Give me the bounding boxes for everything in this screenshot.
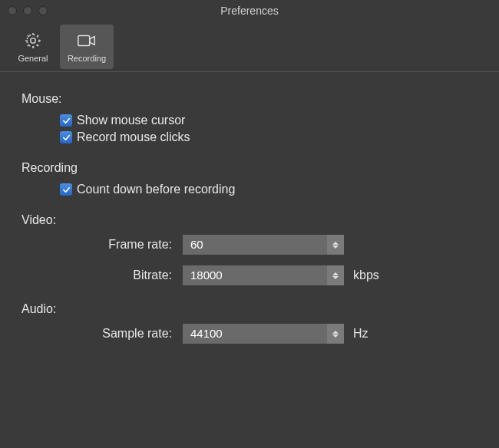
row-frame-rate: Frame rate: 60 bbox=[21, 235, 478, 255]
section-recording-title: Recording bbox=[21, 161, 478, 175]
checkbox-show-cursor-row[interactable]: Show mouse cursor bbox=[60, 114, 478, 127]
section-audio-title: Audio: bbox=[21, 302, 478, 316]
bitrate-label: Bitrate: bbox=[21, 268, 183, 282]
section-video-title: Video: bbox=[21, 213, 478, 227]
tab-recording[interactable]: Recording bbox=[60, 25, 114, 69]
titlebar: Preferences bbox=[0, 0, 499, 21]
stepper-icon[interactable] bbox=[327, 324, 344, 344]
checkbox-countdown-row[interactable]: Count down before recording bbox=[60, 183, 478, 196]
svg-rect-2 bbox=[78, 36, 90, 46]
sample-rate-value[interactable]: 44100 bbox=[183, 324, 344, 344]
checkbox-show-cursor[interactable] bbox=[60, 114, 72, 127]
checkbox-record-clicks-label: Record mouse clicks bbox=[77, 130, 190, 144]
stepper-icon[interactable] bbox=[327, 235, 344, 255]
toolbar: General Recording bbox=[0, 21, 499, 72]
window-title: Preferences bbox=[0, 5, 499, 17]
close-button[interactable] bbox=[8, 6, 17, 15]
chevron-down-icon bbox=[332, 334, 339, 338]
chevron-down-icon bbox=[332, 276, 339, 279]
checkbox-record-clicks[interactable] bbox=[60, 131, 72, 143]
minimize-button[interactable] bbox=[23, 6, 32, 15]
chevron-up-icon bbox=[332, 331, 339, 334]
chevron-down-icon bbox=[332, 245, 339, 249]
section-audio: Audio: Sample rate: 44100 Hz bbox=[21, 302, 478, 344]
checkbox-record-clicks-row[interactable]: Record mouse clicks bbox=[60, 130, 478, 144]
video-camera-icon bbox=[77, 31, 97, 51]
bitrate-unit: kbps bbox=[353, 268, 379, 282]
checkbox-countdown-label: Count down before recording bbox=[77, 183, 235, 196]
section-mouse-title: Mouse: bbox=[21, 92, 478, 106]
section-video: Video: Frame rate: 60 Bitrate: 18000 kbp… bbox=[21, 213, 478, 285]
gear-icon bbox=[23, 31, 43, 51]
stepper-icon[interactable] bbox=[327, 265, 344, 285]
sample-rate-select[interactable]: 44100 bbox=[183, 324, 344, 344]
frame-rate-select[interactable]: 60 bbox=[183, 235, 344, 255]
chevron-up-icon bbox=[332, 272, 339, 275]
sample-rate-label: Sample rate: bbox=[21, 327, 183, 341]
bitrate-value[interactable]: 18000 bbox=[183, 265, 344, 285]
traffic-lights bbox=[8, 6, 48, 15]
row-bitrate: Bitrate: 18000 kbps bbox=[21, 265, 478, 285]
section-mouse: Mouse: Show mouse cursor Record mouse cl… bbox=[21, 92, 478, 144]
svg-point-0 bbox=[31, 38, 35, 43]
checkbox-countdown[interactable] bbox=[60, 183, 72, 196]
row-sample-rate: Sample rate: 44100 Hz bbox=[21, 324, 478, 344]
tab-general[interactable]: General bbox=[6, 25, 60, 69]
tab-recording-label: Recording bbox=[68, 54, 106, 63]
checkbox-show-cursor-label: Show mouse cursor bbox=[77, 114, 185, 127]
section-recording: Recording Count down before recording bbox=[21, 161, 478, 196]
frame-rate-label: Frame rate: bbox=[21, 238, 183, 252]
sample-rate-unit: Hz bbox=[353, 327, 368, 341]
zoom-button[interactable] bbox=[38, 6, 48, 15]
frame-rate-value[interactable]: 60 bbox=[183, 235, 344, 255]
content: Mouse: Show mouse cursor Record mouse cl… bbox=[0, 72, 499, 376]
bitrate-select[interactable]: 18000 bbox=[183, 265, 344, 285]
chevron-up-icon bbox=[332, 242, 339, 245]
tab-general-label: General bbox=[18, 54, 48, 63]
